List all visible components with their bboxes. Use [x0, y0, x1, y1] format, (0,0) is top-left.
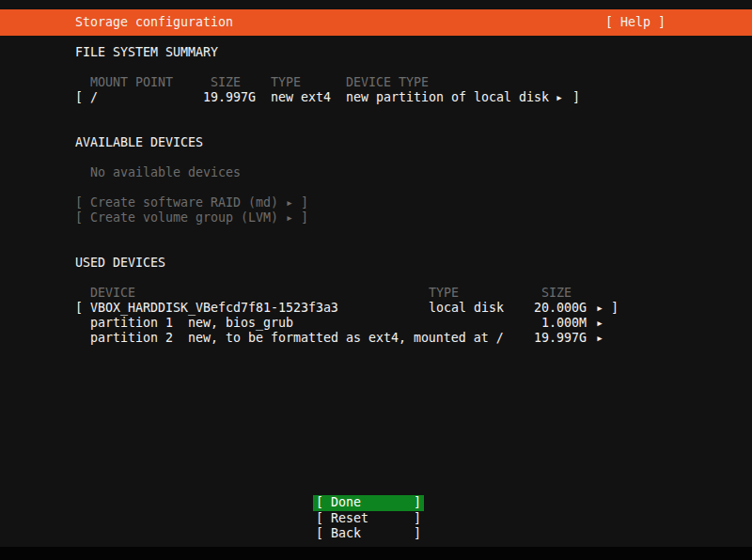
disk-row-type: local disk: [429, 301, 504, 316]
fs-row-device-type: new partition of local disk: [346, 90, 549, 105]
help-button[interactable]: [ Help ]: [605, 15, 666, 30]
bracket-open: [: [75, 90, 83, 105]
available-devices-heading: AVAILABLE DEVICES: [75, 135, 203, 150]
fs-row-mount-point: /: [90, 90, 98, 105]
page-title: Storage configuration: [75, 15, 233, 30]
create-software-raid-button[interactable]: [ Create software RAID (md) ▸ ]: [75, 195, 308, 210]
fs-col-mount-point: MOUNT POINT: [90, 75, 173, 90]
titlebar: Storage configuration [ Help ]: [0, 9, 752, 36]
partition-row-device: partition 2: [90, 331, 173, 346]
bracket-close: ]: [611, 301, 619, 316]
back-button[interactable]: [ Back ]: [316, 526, 421, 541]
no-available-devices-text: No available devices: [90, 165, 241, 180]
fs-col-type: TYPE: [271, 75, 301, 90]
bracket-open: [: [75, 301, 83, 316]
disk-row-device: VBOX_HARDDISK_VBefcd7f81-1523f3a3: [90, 301, 338, 316]
forward-arrow-icon[interactable]: ▸: [556, 90, 563, 105]
forward-arrow-icon[interactable]: ▸: [596, 316, 603, 331]
file-system-summary-heading: FILE SYSTEM SUMMARY: [75, 45, 218, 60]
fs-row-size: 19.997G: [188, 90, 256, 105]
fs-col-device-type: DEVICE TYPE: [346, 75, 429, 90]
partition-row-size: 19.997G: [519, 331, 587, 346]
disk-row-size: 20.000G: [519, 301, 587, 316]
partition-row-size: 1.000M: [519, 316, 587, 331]
reset-button[interactable]: [ Reset ]: [316, 511, 421, 526]
used-devices-heading: USED DEVICES: [75, 256, 165, 271]
forward-arrow-icon[interactable]: ▸: [596, 331, 603, 346]
fs-col-size: SIZE: [211, 75, 241, 90]
done-button[interactable]: [ Done ]: [313, 495, 424, 511]
screen-bottom-strip: [0, 547, 752, 560]
partition-row-detail: new, to be formatted as ext4, mounted at…: [188, 331, 504, 346]
fs-row-type: new ext4: [271, 90, 331, 105]
used-col-device: DEVICE: [90, 286, 135, 301]
partition-row-device: partition 1: [90, 316, 173, 331]
forward-arrow-icon[interactable]: ▸: [596, 301, 603, 316]
bracket-close: ]: [572, 90, 580, 105]
used-col-type: TYPE: [429, 286, 459, 301]
installer-screen: Storage configuration [ Help ] FILE SYST…: [0, 0, 752, 560]
create-volume-group-button[interactable]: [ Create volume group (LVM) ▸ ]: [75, 210, 308, 226]
used-col-size: SIZE: [541, 286, 572, 301]
partition-row-detail: new, bios_grub: [188, 316, 293, 331]
